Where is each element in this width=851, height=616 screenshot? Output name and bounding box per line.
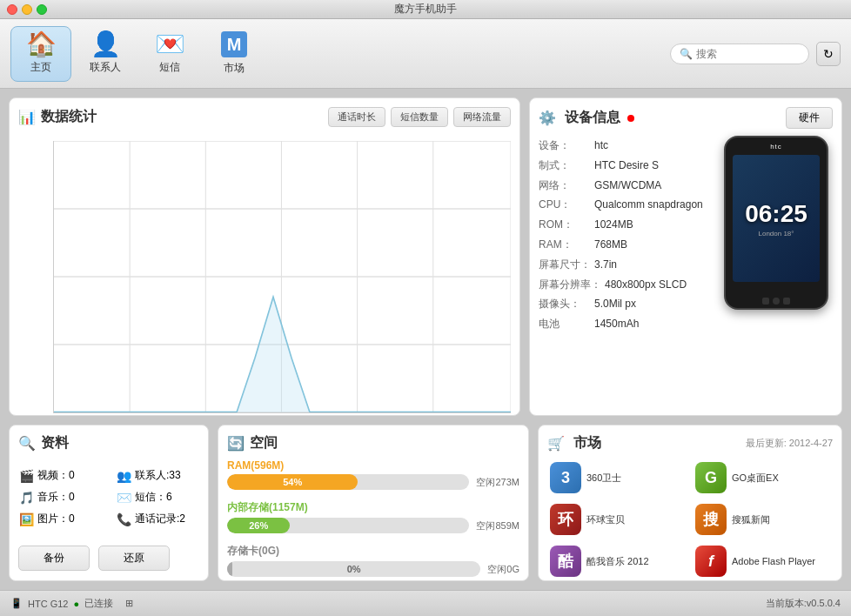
phone-clock: 06:25 [745, 200, 807, 228]
app-kuwo[interactable]: 酷 酷我音乐 2012 [547, 543, 687, 579]
chart-x-labels: 14天前 12天前 10天前 8天前 6天前 4天前 昨天 [53, 415, 511, 416]
music-icon: 🎵 [18, 491, 34, 505]
sms-icon: 💌 [155, 32, 185, 57]
nav-market[interactable]: M 市场 [204, 26, 265, 82]
device-phone: htc 06:25 London 18° [720, 136, 833, 334]
stats-icon: 📊 [18, 109, 36, 125]
bottombar: 📱 HTC G12 ● 已连接 ⊞ 当前版本:v0.5.0.4 [0, 590, 851, 616]
app-go-name: GO桌面EX [732, 472, 779, 484]
sdcard-percent: 0% [347, 564, 361, 574]
titlebar: 魔方手机助手 [0, 0, 851, 19]
refresh-button[interactable]: ↻ [816, 42, 841, 66]
call-duration-btn[interactable]: 通话时长 [328, 107, 385, 127]
internal-label: 内部存储(1157M) [227, 500, 519, 515]
spec-model: 制式： HTC Desire S [539, 156, 711, 176]
internal-percent: 26% [249, 520, 268, 531]
sdcard-free: 空闲0G [487, 563, 519, 576]
device-title: 设备信息 [565, 109, 620, 127]
hardware-button[interactable]: 硬件 [786, 107, 833, 129]
y-label-3000: 3000B [9, 310, 10, 318]
nav-sms[interactable]: 💌 短信 [139, 26, 200, 82]
toolbar-nav: 🏠 主页 👤 联系人 💌 短信 M 市场 [10, 26, 670, 82]
contacts-count: 联系人:33 [135, 468, 181, 483]
profile-header: 🔍 资料 [18, 434, 199, 452]
app-go[interactable]: G GO桌面EX [693, 459, 833, 496]
video-count: 视频：0 [37, 468, 75, 483]
app-sohu-name: 搜狐新闻 [732, 513, 770, 526]
toolbar: 🏠 主页 👤 联系人 💌 短信 M 市场 🔍 ↻ [0, 19, 851, 89]
market-update-time: 最后更新: 2012-4-27 [746, 437, 833, 450]
minimize-button[interactable] [22, 4, 32, 15]
spec-device: 设备： htc [539, 136, 711, 156]
space-title: 空间 [250, 434, 278, 452]
chart-y-labels: 7000B 5000B 3000B 1000B [9, 134, 10, 406]
internal-free: 空闲859M [476, 519, 519, 532]
nav-contacts[interactable]: 👤 联系人 [75, 26, 136, 82]
ram-free: 空闲273M [476, 476, 519, 489]
chart-svg [54, 141, 511, 412]
space-panel: 🔄 空间 RAM(596M) 54% 空闲273M [218, 425, 529, 581]
x-label-8: 8天前 [280, 415, 300, 416]
music-count: 音乐：0 [37, 490, 75, 505]
app-kuwo-name: 酷我音乐 2012 [586, 555, 649, 567]
spec-rom: ROM： 1024MB [539, 215, 711, 235]
profile-calls: 📞 通话记录:2 [116, 510, 199, 528]
market-panel: 🛒 市场 最后更新: 2012-4-27 3 360卫士 G GO桌面EX 环 … [538, 425, 842, 581]
spec-resolution: 屏幕分辨率： 480x800px SLCD [539, 275, 711, 295]
ram-progress-fill: 54% [227, 474, 358, 490]
app-go-icon: G [695, 462, 727, 493]
nav-market-label: 市场 [224, 61, 245, 76]
nav-home-label: 主页 [30, 60, 51, 75]
restore-button[interactable]: 还原 [98, 546, 170, 571]
profile-sms: ✉️ 短信：6 [116, 488, 199, 506]
nav-sms-label: 短信 [159, 60, 180, 75]
contacts-icon: 👤 [90, 32, 121, 57]
traffic-lights [7, 4, 47, 15]
main-content: 📊 数据统计 通话时长 短信数量 网络流量 7000B 5000B 3000B … [0, 89, 851, 590]
nav-home[interactable]: 🏠 主页 [10, 26, 71, 82]
x-label-yesterday: 昨天 [495, 415, 511, 416]
stats-buttons: 通话时长 短信数量 网络流量 [328, 107, 511, 127]
network-flow-btn[interactable]: 网络流量 [453, 107, 511, 127]
app-flash[interactable]: f Adobe Flash Player [693, 543, 833, 579]
search-input[interactable] [696, 48, 800, 60]
profile-photos: 🖼️ 图片：0 [18, 510, 102, 528]
backup-button[interactable]: 备份 [18, 546, 90, 571]
sms-count-icon: ✉️ [116, 491, 131, 505]
video-icon: 🎬 [18, 469, 34, 483]
app-flash-icon: f [695, 546, 727, 577]
profile-title: 资料 [41, 434, 69, 452]
maximize-button[interactable] [37, 4, 47, 15]
app-360-icon: 3 [550, 462, 581, 493]
app-global-icon: 环 [550, 504, 581, 535]
market-icon: M [221, 31, 247, 57]
ram-percent: 54% [283, 477, 302, 487]
spec-camera: 摄像头： 5.0Mil px [539, 294, 711, 314]
spec-cpu: CPU： Qualcomm snapdragon [539, 195, 711, 215]
close-button[interactable] [7, 4, 17, 15]
sms-count-btn[interactable]: 短信数量 [391, 107, 448, 127]
app-360[interactable]: 3 360卫士 [547, 459, 687, 496]
profile-music: 🎵 音乐：0 [18, 488, 102, 506]
market-grid: 3 360卫士 G GO桌面EX 环 环球宝贝 搜 搜狐新闻 酷 酷我音乐 [547, 459, 833, 581]
internal-progress-fill: 26% [227, 518, 290, 533]
chart-container: 7000B 5000B 3000B 1000B [18, 134, 511, 406]
market-header: 🛒 市场 最后更新: 2012-4-27 [547, 434, 833, 452]
app-sohu[interactable]: 搜 搜狐新闻 [693, 501, 833, 538]
contacts-count-icon: 👥 [116, 469, 131, 483]
app-360-name: 360卫士 [586, 472, 621, 484]
app-global[interactable]: 环 环球宝贝 [547, 501, 687, 538]
svg-marker-11 [54, 297, 511, 412]
stats-panel: 📊 数据统计 通话时长 短信数量 网络流量 7000B 5000B 3000B … [9, 97, 520, 416]
window-title: 魔方手机助手 [394, 2, 457, 17]
device-content: 设备： htc 制式： HTC Desire S 网络： GSM/WCDMA C… [539, 136, 833, 334]
ram-space: RAM(596M) 54% 空闲273M [227, 459, 519, 490]
sdcard-label: 存储卡(0G) [227, 544, 519, 559]
nav-contacts-label: 联系人 [90, 60, 121, 75]
search-box[interactable]: 🔍 [670, 44, 809, 64]
photos-count: 图片：0 [37, 512, 75, 526]
ram-label: RAM(596M) [227, 459, 519, 472]
profile-icon: 🔍 [18, 435, 36, 452]
status-indicator [627, 115, 634, 122]
market-title: 市场 [573, 434, 601, 452]
